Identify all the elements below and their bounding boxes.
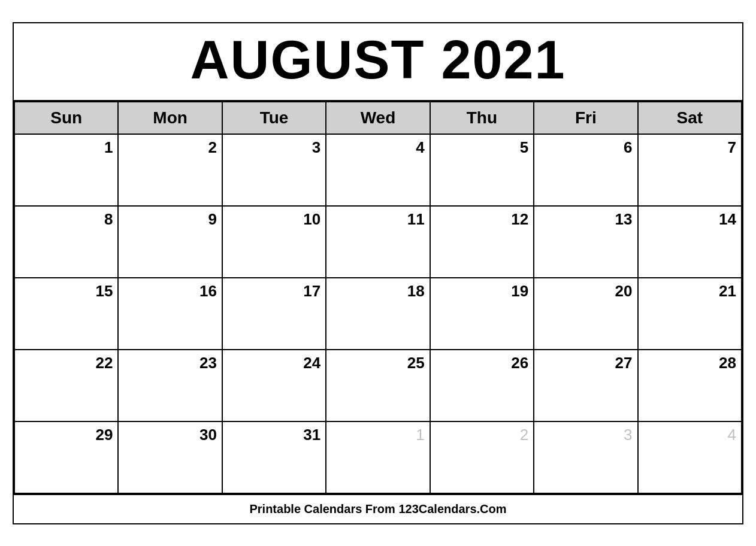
calendar-week-row: 1234567 xyxy=(14,134,742,206)
calendar-container: AUGUST 2021 SunMonTueWedThuFriSat 123456… xyxy=(13,22,743,524)
calendar-title: AUGUST 2021 xyxy=(14,23,742,101)
calendar-day-cell: 6 xyxy=(534,134,637,206)
calendar-day-cell: 4 xyxy=(638,421,742,493)
calendar-day-cell: 30 xyxy=(118,421,222,493)
calendar-day-cell: 22 xyxy=(14,350,118,421)
calendar-day-cell: 28 xyxy=(638,350,742,421)
calendar-footer: Printable Calendars From 123Calendars.Co… xyxy=(14,494,742,523)
weekday-header-row: SunMonTueWedThuFriSat xyxy=(14,102,742,134)
calendar-day-cell: 1 xyxy=(14,134,118,206)
calendar-day-cell: 23 xyxy=(118,350,222,421)
calendar-day-cell: 20 xyxy=(534,278,637,350)
calendar-day-cell: 12 xyxy=(430,206,534,278)
calendar-day-cell: 13 xyxy=(534,206,637,278)
calendar-day-cell: 10 xyxy=(222,206,326,278)
weekday-header-mon: Mon xyxy=(118,102,222,134)
calendar-day-cell: 9 xyxy=(118,206,222,278)
calendar-day-cell: 14 xyxy=(638,206,742,278)
calendar-week-row: 2930311234 xyxy=(14,421,742,493)
calendar-day-cell: 18 xyxy=(326,278,430,350)
weekday-header-tue: Tue xyxy=(222,102,326,134)
footer-brand: 123Calendars.Com xyxy=(398,502,506,515)
footer-text: Printable Calendars From xyxy=(249,502,398,515)
calendar-day-cell: 4 xyxy=(326,134,430,206)
calendar-day-cell: 1 xyxy=(326,421,430,493)
calendar-day-cell: 11 xyxy=(326,206,430,278)
weekday-header-wed: Wed xyxy=(326,102,430,134)
calendar-day-cell: 16 xyxy=(118,278,222,350)
calendar-week-row: 15161718192021 xyxy=(14,278,742,350)
weekday-header-sun: Sun xyxy=(14,102,118,134)
calendar-day-cell: 3 xyxy=(534,421,637,493)
calendar-day-cell: 17 xyxy=(222,278,326,350)
calendar-day-cell: 8 xyxy=(14,206,118,278)
calendar-day-cell: 21 xyxy=(638,278,742,350)
weekday-header-sat: Sat xyxy=(638,102,742,134)
calendar-day-cell: 26 xyxy=(430,350,534,421)
calendar-week-row: 22232425262728 xyxy=(14,350,742,421)
calendar-day-cell: 24 xyxy=(222,350,326,421)
calendar-day-cell: 31 xyxy=(222,421,326,493)
calendar-week-row: 891011121314 xyxy=(14,206,742,278)
calendar-day-cell: 2 xyxy=(430,421,534,493)
calendar-day-cell: 19 xyxy=(430,278,534,350)
weekday-header-fri: Fri xyxy=(534,102,637,134)
calendar-day-cell: 15 xyxy=(14,278,118,350)
calendar-day-cell: 27 xyxy=(534,350,637,421)
calendar-day-cell: 29 xyxy=(14,421,118,493)
weekday-header-thu: Thu xyxy=(430,102,534,134)
calendar-day-cell: 7 xyxy=(638,134,742,206)
calendar-day-cell: 25 xyxy=(326,350,430,421)
calendar-day-cell: 3 xyxy=(222,134,326,206)
calendar-day-cell: 5 xyxy=(430,134,534,206)
calendar-grid: SunMonTueWedThuFriSat 123456789101112131… xyxy=(14,101,742,494)
calendar-day-cell: 2 xyxy=(118,134,222,206)
